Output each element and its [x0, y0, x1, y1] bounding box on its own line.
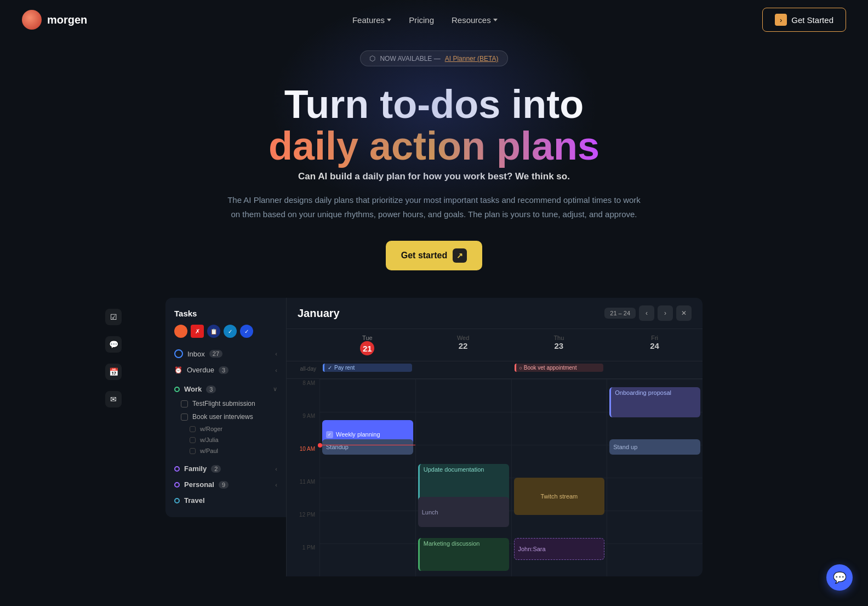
allday-cell-tue: ✓ Pay rent	[319, 361, 415, 378]
inbox-row[interactable]: Inbox 27 ‹	[165, 346, 286, 362]
personal-header[interactable]: Personal 9 ‹	[165, 477, 286, 492]
allday-row: all-day ✓ Pay rent ○ Book vet appointmen…	[287, 361, 703, 379]
task-checkbox[interactable]	[181, 414, 188, 421]
expand-icon: ∨	[273, 386, 277, 393]
calendar-icon[interactable]: 📅	[105, 364, 122, 380]
travel-label: Travel	[184, 496, 205, 505]
chevron-down-icon	[387, 19, 391, 21]
tasks-title: Tasks	[165, 307, 286, 325]
family-count: 2	[211, 465, 221, 473]
vet-event[interactable]: ○ Book vet appointment	[515, 364, 604, 372]
integration-icon-1	[174, 325, 187, 338]
logo-text: morgen	[47, 14, 87, 26]
overdue-label: Overdue	[187, 366, 214, 374]
col-fri: Onboarding proposal Stand up	[607, 379, 703, 576]
travel-dot	[174, 498, 180, 503]
date-range-button[interactable]: 21 – 24	[604, 308, 636, 319]
work-dot	[174, 387, 180, 392]
cta-arrow-icon: ↗	[453, 248, 467, 263]
navigation: morgen Features Pricing Resources › Get …	[0, 0, 868, 39]
nav-resources[interactable]: Resources	[452, 15, 498, 25]
standup-fri-event[interactable]: Stand up	[609, 439, 700, 455]
overdue-count: 3	[219, 366, 229, 374]
time-1pm: 1 PM	[287, 543, 319, 576]
nav-pricing[interactable]: Pricing	[409, 15, 434, 25]
checkbox-icon[interactable]: ☑	[105, 309, 122, 325]
subtask-item[interactable]: w/Julia	[165, 434, 286, 445]
work-header[interactable]: Work 3 ∨	[165, 381, 286, 397]
nav-features[interactable]: Features	[352, 15, 391, 25]
day-number-thu: 23	[518, 341, 601, 350]
day-header-fri: Fri 24	[607, 329, 703, 361]
family-dot	[174, 466, 180, 472]
chat-icon[interactable]: 💬	[105, 336, 122, 353]
time-labels: 8 AM 9 AM 10 AM 11 AM 12 PM 1 PM	[287, 379, 319, 576]
day-name-tue: Tue	[326, 335, 409, 341]
hero-cta-button[interactable]: Get started ↗	[386, 241, 482, 270]
lunch-event[interactable]: Lunch	[418, 497, 509, 527]
twitch-event[interactable]: Twitch stream	[514, 478, 605, 515]
allday-cell-wed	[415, 361, 511, 378]
day-header-thu: Thu 23	[511, 329, 607, 361]
task-checkbox[interactable]	[181, 400, 188, 407]
travel-header[interactable]: Travel	[165, 492, 286, 508]
col-tue: ✓ Weekly planning Standup	[319, 379, 415, 576]
calendar-month: January	[298, 307, 340, 320]
integrations-row: ✗ 📋 ✓ ✓	[165, 325, 286, 346]
hero-section: ⬡ NOW AVAILABLE — AI Planner (BETA) Turn…	[0, 39, 868, 298]
personal-count: 9	[219, 481, 229, 489]
subtask-item[interactable]: w/Roger	[165, 423, 286, 434]
day-number-wed: 22	[422, 341, 505, 350]
get-started-button[interactable]: › Get Started	[762, 8, 846, 32]
integration-icon-4: ✓	[224, 325, 237, 338]
col-wed: Update documentation Lunch Marketing dis…	[415, 379, 511, 576]
inbox-icon	[174, 349, 183, 358]
time-10am: 10 AM	[287, 445, 319, 478]
chat-bubble-button[interactable]: 💬	[826, 564, 853, 591]
subtask-label: w/Roger	[200, 426, 222, 432]
collapse-icon: ‹	[275, 367, 277, 373]
task-label: TestFlight submission	[192, 400, 255, 407]
pay-rent-event[interactable]: ✓ Pay rent	[323, 364, 412, 372]
subtask-item[interactable]: w/Paul	[165, 445, 286, 456]
task-item[interactable]: TestFlight submission	[165, 397, 286, 410]
calendar-check-icon: ✓	[328, 365, 332, 371]
time-11am: 11 AM	[287, 478, 319, 511]
day-number-fri: 24	[613, 341, 696, 350]
beta-link[interactable]: AI Planner (BETA)	[445, 55, 499, 63]
logo[interactable]: morgen	[22, 10, 87, 30]
close-button[interactable]: ✕	[676, 305, 692, 321]
tasks-panel: Tasks ✗ 📋 ✓ ✓ Inbox 27 ‹	[165, 298, 286, 517]
marketing-event[interactable]: Marketing discussion	[418, 538, 509, 571]
john-event[interactable]: John:Sara	[514, 538, 605, 560]
family-header[interactable]: Family 2 ‹	[165, 461, 286, 477]
standup-tue-event[interactable]: Standup	[322, 439, 413, 455]
day-headers: Tue 21 Wed 22 Thu 23 Fri 24	[287, 329, 703, 361]
overdue-row[interactable]: ⏰ Overdue 3 ‹	[165, 362, 286, 378]
prev-button[interactable]: ‹	[639, 305, 654, 321]
next-button[interactable]: ›	[658, 305, 673, 321]
day-name-fri: Fri	[613, 335, 696, 341]
work-count: 3	[206, 386, 216, 393]
onboarding-event[interactable]: Onboarding proposal	[609, 387, 700, 417]
subtask-checkbox[interactable]	[190, 448, 196, 454]
subtask-label: w/Paul	[200, 448, 218, 454]
chevron-down-icon	[493, 19, 498, 21]
hero-title-accent: daily action plans	[269, 124, 599, 168]
day-name-wed: Wed	[422, 335, 505, 341]
comment-icon[interactable]: ✉	[105, 391, 122, 407]
chat-icon: 💬	[833, 571, 847, 584]
subtask-checkbox[interactable]	[190, 426, 196, 432]
subtask-checkbox[interactable]	[190, 437, 196, 443]
arrow-icon: ›	[775, 14, 787, 26]
time-grid: 8 AM 9 AM 10 AM 11 AM 12 PM 1 PM	[287, 379, 703, 576]
day-header-wed: Wed 22	[415, 329, 511, 361]
collapse-icon: ‹	[275, 482, 277, 488]
hero-subtitle: Can AI build a daily plan for how you wo…	[22, 171, 846, 182]
allday-cell-fri	[607, 361, 703, 378]
calendar-panel: January 21 – 24 ‹ › ✕ Tue 21 Wed 22	[286, 298, 703, 576]
col-thu: Twitch stream John:Sara	[511, 379, 607, 576]
collapse-icon: ‹	[275, 350, 277, 357]
calendar-header: January 21 – 24 ‹ › ✕	[287, 298, 703, 329]
task-item[interactable]: Book user interviews	[165, 410, 286, 423]
